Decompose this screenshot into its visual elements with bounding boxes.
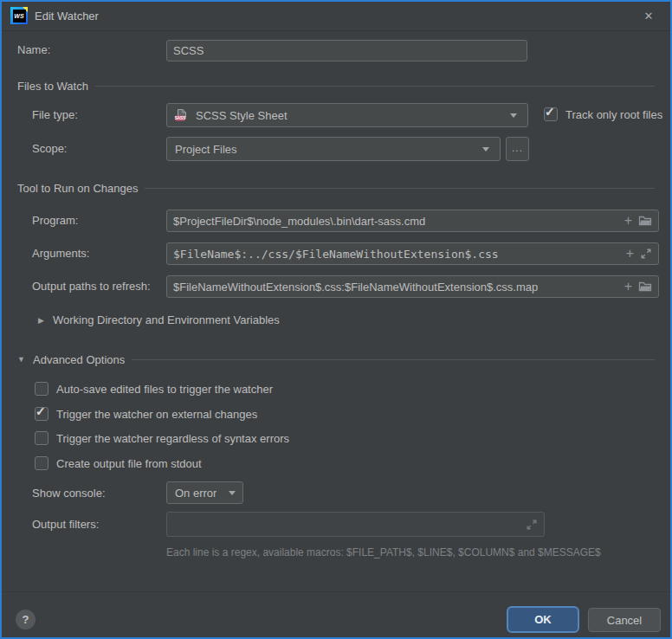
section-files-to-watch-title: Files to Watch [17, 80, 88, 93]
scss-file-icon: SASS [174, 108, 188, 122]
section-divider [145, 188, 655, 189]
webstorm-icon-badge: WS [13, 10, 26, 23]
program-label: Program: [32, 214, 78, 228]
section-tool-to-run-title: Tool to Run on Changes [17, 182, 138, 195]
checkbox-row-stdout[interactable]: ✓ Create output file from stdout [35, 455, 202, 471]
insert-macro-icon[interactable]: + [624, 215, 632, 227]
ok-button[interactable]: OK [507, 606, 579, 633]
checkmark-icon: ✓ [36, 404, 46, 418]
browse-folder-icon[interactable] [638, 280, 652, 294]
program-value: $ProjectFileDir$\node_modules\.bin\dart-… [167, 215, 425, 228]
track-only-root-files-label[interactable]: Track only root files [565, 108, 662, 121]
checkbox-row-external-changes[interactable]: ✓ Trigger the watcher on external change… [35, 406, 257, 422]
external-changes-checkbox[interactable]: ✓ [35, 407, 48, 421]
advanced-options-toggle[interactable]: ▼ Advanced Options [17, 352, 655, 366]
show-console-dropdown[interactable]: On error [166, 481, 243, 504]
stdout-checkbox[interactable]: ✓ [35, 456, 48, 470]
scope-dropdown[interactable]: Project Files [166, 137, 501, 161]
expand-icon[interactable] [640, 248, 652, 260]
section-divider [95, 86, 655, 87]
scope-label: Scope: [32, 142, 67, 156]
title-bar[interactable]: WS Edit Watcher ✕ [2, 2, 670, 31]
section-divider [132, 359, 655, 360]
output-filters-field[interactable] [166, 512, 545, 537]
file-type-dropdown[interactable]: SASS SCSS Style Sheet [166, 103, 528, 127]
stdout-label[interactable]: Create output file from stdout [56, 457, 202, 470]
chevron-down-icon [482, 147, 489, 152]
chevron-right-icon: ▶ [38, 316, 47, 325]
output-filters-hint: Each line is a regex, available macros: … [166, 546, 601, 558]
expand-icon[interactable] [526, 519, 538, 531]
scope-value: Project Files [167, 143, 237, 156]
name-input[interactable] [167, 44, 527, 57]
insert-macro-icon[interactable]: + [626, 248, 634, 260]
track-only-root-files-row[interactable]: ✓ Track only root files [544, 106, 662, 122]
syntax-errors-checkbox[interactable]: ✓ [35, 431, 48, 445]
arguments-label: Arguments: [32, 247, 89, 261]
advanced-options-label: Advanced Options [33, 353, 125, 366]
checkbox-row-autosave[interactable]: ✓ Auto-save edited files to trigger the … [35, 381, 273, 397]
section-tool-to-run: Tool to Run on Changes [17, 181, 655, 195]
cancel-button[interactable]: Cancel [588, 608, 661, 632]
arguments-field[interactable]: $FileName$:../css/$FileNameWithoutExtens… [166, 242, 659, 265]
name-field[interactable] [166, 40, 527, 61]
arguments-value: $FileName$:../css/$FileNameWithoutExtens… [167, 248, 499, 261]
scope-browse-button[interactable]: ... [506, 137, 529, 161]
output-paths-field[interactable]: $FileNameWithoutExtension$.css:$FileName… [166, 275, 659, 298]
chevron-down-icon [510, 113, 517, 118]
track-only-root-files-checkbox[interactable]: ✓ [544, 107, 558, 121]
autosave-checkbox[interactable]: ✓ [35, 382, 48, 396]
output-paths-label: Output paths to refresh: [32, 280, 151, 294]
edit-watcher-dialog: WS Edit Watcher ✕ Name: Files to Watch F… [0, 0, 672, 639]
checkbox-row-syntax-errors[interactable]: ✓ Trigger the watcher regardless of synt… [35, 430, 289, 446]
name-label: Name: [17, 43, 50, 57]
output-filters-input[interactable] [167, 518, 526, 531]
output-paths-value: $FileNameWithoutExtension$.css:$FileName… [167, 281, 538, 294]
chevron-down-expander-icon: ▼ [17, 355, 26, 364]
program-field[interactable]: $ProjectFileDir$\node_modules\.bin\dart-… [166, 210, 659, 232]
working-directory-label: Working Directory and Environment Variab… [53, 313, 280, 326]
dialog-title: Edit Watcher [35, 2, 99, 30]
external-changes-label[interactable]: Trigger the watcher on external changes [56, 408, 257, 421]
show-console-value: On error [167, 487, 216, 500]
browse-folder-icon[interactable] [638, 214, 652, 228]
file-type-value: SCSS Style Sheet [188, 109, 288, 122]
close-icon[interactable]: ✕ [641, 9, 656, 24]
section-files-to-watch: Files to Watch [17, 79, 655, 93]
footer-divider [2, 591, 670, 592]
working-directory-toggle[interactable]: ▶ Working Directory and Environment Vari… [38, 313, 280, 326]
chevron-down-icon [229, 491, 236, 495]
show-console-label: Show console: [32, 487, 106, 500]
insert-macro-icon[interactable]: + [624, 281, 632, 293]
syntax-errors-label[interactable]: Trigger the watcher regardless of syntax… [56, 432, 289, 445]
webstorm-icon: WS [10, 7, 28, 24]
svg-text:SASS: SASS [175, 116, 186, 120]
output-filters-label: Output filters: [32, 518, 99, 532]
checkmark-icon: ✓ [545, 105, 555, 119]
file-type-label: File type: [32, 108, 78, 122]
autosave-label[interactable]: Auto-save edited files to trigger the wa… [56, 383, 273, 396]
help-button[interactable]: ? [16, 610, 36, 629]
